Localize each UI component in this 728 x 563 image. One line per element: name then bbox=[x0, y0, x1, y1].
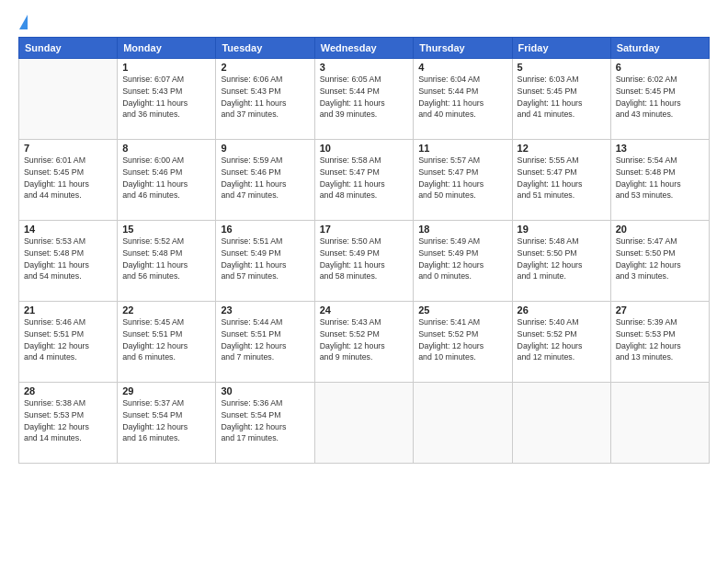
calendar-week-5: 28Sunrise: 5:38 AM Sunset: 5:53 PM Dayli… bbox=[19, 383, 710, 464]
calendar-cell: 11Sunrise: 5:57 AM Sunset: 5:47 PM Dayli… bbox=[414, 140, 512, 221]
calendar-cell bbox=[314, 383, 414, 464]
calendar-cell: 3Sunrise: 6:05 AM Sunset: 5:44 PM Daylig… bbox=[314, 59, 414, 140]
calendar-cell: 10Sunrise: 5:58 AM Sunset: 5:47 PM Dayli… bbox=[314, 140, 414, 221]
day-info: Sunrise: 6:03 AM Sunset: 5:45 PM Dayligh… bbox=[518, 74, 606, 121]
calendar-header-row: SundayMondayTuesdayWednesdayThursdayFrid… bbox=[19, 38, 710, 59]
day-info: Sunrise: 5:50 AM Sunset: 5:49 PM Dayligh… bbox=[320, 236, 409, 282]
calendar-cell: 18Sunrise: 5:49 AM Sunset: 5:49 PM Dayli… bbox=[414, 221, 512, 302]
calendar-cell: 22Sunrise: 5:45 AM Sunset: 5:51 PM Dayli… bbox=[118, 302, 216, 383]
calendar-week-1: 1Sunrise: 6:07 AM Sunset: 5:43 PM Daylig… bbox=[19, 59, 710, 140]
day-info: Sunrise: 5:37 AM Sunset: 5:54 PM Dayligh… bbox=[122, 397, 210, 444]
day-info: Sunrise: 6:07 AM Sunset: 5:43 PM Dayligh… bbox=[122, 74, 210, 121]
weekday-header-wednesday: Wednesday bbox=[314, 38, 414, 59]
calendar-cell: 5Sunrise: 6:03 AM Sunset: 5:45 PM Daylig… bbox=[512, 59, 610, 140]
day-info: Sunrise: 5:57 AM Sunset: 5:47 PM Dayligh… bbox=[418, 155, 506, 201]
calendar-cell: 26Sunrise: 5:40 AM Sunset: 5:52 PM Dayli… bbox=[512, 302, 610, 383]
day-number: 13 bbox=[616, 143, 704, 154]
weekday-header-friday: Friday bbox=[512, 38, 610, 59]
day-info: Sunrise: 5:49 AM Sunset: 5:49 PM Dayligh… bbox=[418, 236, 506, 282]
calendar-cell: 2Sunrise: 6:06 AM Sunset: 5:43 PM Daylig… bbox=[216, 59, 314, 140]
calendar-cell: 23Sunrise: 5:44 AM Sunset: 5:51 PM Dayli… bbox=[216, 302, 314, 383]
calendar-cell: 13Sunrise: 5:54 AM Sunset: 5:48 PM Dayli… bbox=[610, 140, 709, 221]
day-info: Sunrise: 5:44 AM Sunset: 5:51 PM Dayligh… bbox=[221, 316, 309, 363]
page: SundayMondayTuesdayWednesdayThursdayFrid… bbox=[0, 0, 728, 563]
day-number: 5 bbox=[518, 62, 606, 73]
day-number: 28 bbox=[24, 385, 112, 396]
day-info: Sunrise: 5:46 AM Sunset: 5:51 PM Dayligh… bbox=[24, 316, 112, 363]
day-number: 18 bbox=[418, 224, 506, 235]
day-info: Sunrise: 5:40 AM Sunset: 5:52 PM Dayligh… bbox=[518, 316, 606, 363]
calendar-cell: 16Sunrise: 5:51 AM Sunset: 5:49 PM Dayli… bbox=[216, 221, 314, 302]
logo-triangle-icon bbox=[19, 15, 28, 29]
weekday-header-sunday: Sunday bbox=[19, 38, 118, 59]
day-number: 12 bbox=[518, 143, 606, 154]
day-number: 23 bbox=[221, 304, 309, 316]
day-info: Sunrise: 5:43 AM Sunset: 5:52 PM Dayligh… bbox=[320, 316, 409, 363]
day-number: 11 bbox=[418, 143, 506, 154]
day-info: Sunrise: 6:01 AM Sunset: 5:45 PM Dayligh… bbox=[24, 155, 112, 201]
calendar-cell: 8Sunrise: 6:00 AM Sunset: 5:46 PM Daylig… bbox=[118, 140, 216, 221]
weekday-header-monday: Monday bbox=[118, 38, 216, 59]
day-info: Sunrise: 6:06 AM Sunset: 5:43 PM Dayligh… bbox=[221, 74, 309, 121]
calendar-cell: 17Sunrise: 5:50 AM Sunset: 5:49 PM Dayli… bbox=[314, 221, 414, 302]
calendar-cell: 25Sunrise: 5:41 AM Sunset: 5:52 PM Dayli… bbox=[414, 302, 512, 383]
header bbox=[18, 15, 710, 31]
day-number: 29 bbox=[122, 385, 210, 396]
day-info: Sunrise: 6:05 AM Sunset: 5:44 PM Dayligh… bbox=[320, 74, 409, 121]
day-info: Sunrise: 5:39 AM Sunset: 5:53 PM Dayligh… bbox=[616, 316, 704, 363]
day-info: Sunrise: 5:55 AM Sunset: 5:47 PM Dayligh… bbox=[518, 155, 606, 201]
calendar-cell: 27Sunrise: 5:39 AM Sunset: 5:53 PM Dayli… bbox=[610, 302, 709, 383]
weekday-header-thursday: Thursday bbox=[414, 38, 512, 59]
calendar-cell: 1Sunrise: 6:07 AM Sunset: 5:43 PM Daylig… bbox=[118, 59, 216, 140]
day-info: Sunrise: 5:36 AM Sunset: 5:54 PM Dayligh… bbox=[221, 397, 309, 444]
day-info: Sunrise: 5:54 AM Sunset: 5:48 PM Dayligh… bbox=[616, 155, 704, 201]
calendar-cell bbox=[414, 383, 512, 464]
calendar-week-3: 14Sunrise: 5:53 AM Sunset: 5:48 PM Dayli… bbox=[19, 221, 710, 302]
calendar-cell: 4Sunrise: 6:04 AM Sunset: 5:44 PM Daylig… bbox=[414, 59, 512, 140]
day-info: Sunrise: 5:41 AM Sunset: 5:52 PM Dayligh… bbox=[418, 316, 506, 363]
day-info: Sunrise: 5:47 AM Sunset: 5:50 PM Dayligh… bbox=[616, 236, 704, 282]
day-info: Sunrise: 6:02 AM Sunset: 5:45 PM Dayligh… bbox=[616, 74, 704, 121]
calendar-cell: 19Sunrise: 5:48 AM Sunset: 5:50 PM Dayli… bbox=[512, 221, 610, 302]
calendar-table: SundayMondayTuesdayWednesdayThursdayFrid… bbox=[18, 37, 710, 464]
calendar-cell: 20Sunrise: 5:47 AM Sunset: 5:50 PM Dayli… bbox=[610, 221, 709, 302]
day-number: 14 bbox=[24, 224, 112, 235]
day-number: 27 bbox=[616, 304, 704, 316]
day-info: Sunrise: 5:51 AM Sunset: 5:49 PM Dayligh… bbox=[221, 236, 309, 282]
day-info: Sunrise: 5:58 AM Sunset: 5:47 PM Dayligh… bbox=[320, 155, 409, 201]
calendar-cell: 6Sunrise: 6:02 AM Sunset: 5:45 PM Daylig… bbox=[610, 59, 709, 140]
day-info: Sunrise: 6:04 AM Sunset: 5:44 PM Dayligh… bbox=[418, 74, 506, 121]
day-number: 6 bbox=[616, 62, 704, 73]
calendar-cell: 28Sunrise: 5:38 AM Sunset: 5:53 PM Dayli… bbox=[19, 383, 118, 464]
day-number: 7 bbox=[24, 143, 112, 154]
calendar-week-4: 21Sunrise: 5:46 AM Sunset: 5:51 PM Dayli… bbox=[19, 302, 710, 383]
day-number: 15 bbox=[122, 224, 210, 235]
calendar-cell: 12Sunrise: 5:55 AM Sunset: 5:47 PM Dayli… bbox=[512, 140, 610, 221]
day-number: 21 bbox=[24, 304, 112, 316]
calendar-cell bbox=[19, 59, 118, 140]
day-number: 19 bbox=[518, 224, 606, 235]
calendar-cell bbox=[512, 383, 610, 464]
day-info: Sunrise: 5:53 AM Sunset: 5:48 PM Dayligh… bbox=[24, 236, 112, 282]
day-info: Sunrise: 6:00 AM Sunset: 5:46 PM Dayligh… bbox=[122, 155, 210, 201]
day-info: Sunrise: 5:45 AM Sunset: 5:51 PM Dayligh… bbox=[122, 316, 210, 363]
calendar-cell: 30Sunrise: 5:36 AM Sunset: 5:54 PM Dayli… bbox=[216, 383, 314, 464]
day-number: 25 bbox=[418, 304, 506, 316]
calendar-cell: 7Sunrise: 6:01 AM Sunset: 5:45 PM Daylig… bbox=[19, 140, 118, 221]
day-info: Sunrise: 5:48 AM Sunset: 5:50 PM Dayligh… bbox=[518, 236, 606, 282]
day-info: Sunrise: 5:38 AM Sunset: 5:53 PM Dayligh… bbox=[24, 397, 112, 444]
day-number: 17 bbox=[320, 224, 409, 235]
day-number: 2 bbox=[221, 62, 309, 73]
calendar-cell: 29Sunrise: 5:37 AM Sunset: 5:54 PM Dayli… bbox=[118, 383, 216, 464]
day-number: 16 bbox=[221, 224, 309, 235]
calendar-cell: 24Sunrise: 5:43 AM Sunset: 5:52 PM Dayli… bbox=[314, 302, 414, 383]
day-number: 30 bbox=[221, 385, 309, 396]
day-number: 20 bbox=[616, 224, 704, 235]
day-info: Sunrise: 5:59 AM Sunset: 5:46 PM Dayligh… bbox=[221, 155, 309, 201]
weekday-header-tuesday: Tuesday bbox=[216, 38, 314, 59]
day-number: 22 bbox=[122, 304, 210, 316]
calendar-cell: 9Sunrise: 5:59 AM Sunset: 5:46 PM Daylig… bbox=[216, 140, 314, 221]
calendar-week-2: 7Sunrise: 6:01 AM Sunset: 5:45 PM Daylig… bbox=[19, 140, 710, 221]
calendar-cell: 14Sunrise: 5:53 AM Sunset: 5:48 PM Dayli… bbox=[19, 221, 118, 302]
weekday-header-saturday: Saturday bbox=[610, 38, 709, 59]
